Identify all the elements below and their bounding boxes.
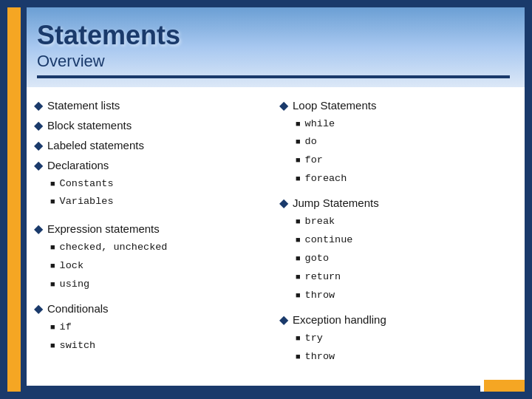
sub-list-item: ■ throw	[296, 350, 517, 364]
bullet-icon: ◆	[34, 138, 43, 152]
item-label: Exception handling	[293, 312, 386, 327]
left-column: ◆ Statement lists ◆ Block statements ◆ L…	[34, 98, 272, 372]
item-label: goto	[305, 252, 329, 266]
header-divider	[37, 75, 510, 78]
item-label: while	[305, 117, 335, 132]
sub-bullet-icon: ■	[296, 291, 301, 300]
sub-bullet-icon: ■	[296, 137, 301, 146]
sub-list-item: ■ while	[296, 117, 517, 132]
slide: Statements Overview ◆ Statement lists ◆ …	[7, 7, 525, 392]
sub-bullet-icon: ■	[50, 180, 55, 188]
list-item: ◆ Labeled statements	[34, 137, 272, 153]
list-item: ◆ Block statements	[34, 117, 272, 133]
right-column: ◆ Loop Statements ■ while ■ do ■ for ■ f…	[279, 98, 517, 372]
sub-bullet-icon: ■	[50, 280, 55, 289]
bullet-icon: ◆	[34, 222, 43, 236]
item-label: Variables	[60, 195, 114, 209]
sub-bullet-icon: ■	[296, 334, 301, 343]
sub-list-item: ■ checked, unchecked	[50, 241, 272, 255]
item-label: using	[60, 278, 90, 292]
sub-bullet-icon: ■	[296, 236, 301, 245]
item-label: Loop Statements	[293, 98, 376, 113]
bullet-icon: ◆	[279, 196, 288, 210]
item-label: Expression statements	[47, 221, 160, 236]
item-label: Constants	[60, 177, 114, 191]
sub-bullet-icon: ■	[296, 352, 301, 361]
item-label: if	[60, 321, 72, 335]
item-label: checked, unchecked	[60, 241, 168, 255]
list-item: ◆ Declarations	[34, 157, 272, 173]
sub-list-item: ■ break	[296, 215, 517, 229]
sub-bullet-icon: ■	[50, 341, 55, 350]
footer	[7, 380, 525, 392]
sub-list-item: ■ lock	[50, 259, 272, 273]
list-item: ◆ Expression statements	[34, 221, 272, 236]
item-label: foreach	[305, 172, 347, 186]
footer-bar-orange	[484, 380, 525, 392]
item-label: do	[305, 135, 317, 149]
sub-list-item: ■ for	[296, 154, 517, 168]
bullet-icon: ◆	[279, 98, 288, 112]
sub-bullet-icon: ■	[296, 120, 301, 129]
list-item: ◆ Exception handling	[279, 312, 517, 327]
item-label: try	[305, 332, 323, 346]
item-label: Statement lists	[47, 98, 120, 113]
sub-bullet-icon: ■	[50, 262, 55, 270]
sub-list-item: ■ return	[296, 270, 517, 284]
sub-bullet-icon: ■	[296, 273, 301, 282]
item-label: break	[305, 215, 335, 229]
sub-list-item: ■ do	[296, 135, 517, 149]
sub-bullet-icon: ■	[296, 156, 301, 165]
bullet-icon: ◆	[34, 98, 43, 112]
sub-list-item: ■ switch	[50, 339, 272, 353]
list-item: ◆ Statement lists	[34, 98, 272, 113]
sub-bullet-icon: ■	[296, 254, 301, 263]
list-item: ◆ Loop Statements	[279, 98, 517, 113]
sub-bullet-icon: ■	[296, 217, 301, 226]
item-label: Conditionals	[47, 301, 109, 316]
sub-list-item: ■ continue	[296, 233, 517, 248]
item-label: switch	[60, 339, 96, 353]
slide-subtitle: Overview	[37, 52, 510, 71]
header: Statements Overview	[7, 7, 525, 87]
sub-list-item: ■ throw	[296, 289, 517, 303]
sub-bullet-icon: ■	[296, 174, 301, 183]
item-label: Block statements	[47, 117, 132, 133]
bullet-icon: ◆	[279, 313, 288, 327]
footer-bar-blue	[27, 386, 480, 392]
item-label: continue	[305, 233, 353, 248]
sub-bullet-icon: ■	[50, 323, 55, 332]
item-label: Jump Statements	[293, 195, 379, 211]
bullet-icon: ◆	[34, 301, 43, 316]
sub-bullet-icon: ■	[50, 243, 55, 252]
content-area: ◆ Statement lists ◆ Block statements ◆ L…	[7, 87, 525, 380]
item-label: lock	[60, 259, 83, 273]
sub-bullet-icon: ■	[50, 197, 55, 206]
side-bar-left	[7, 7, 21, 392]
bullet-icon: ◆	[34, 158, 43, 172]
sub-list-item: ■ try	[296, 332, 517, 346]
slide-title: Statements	[37, 21, 510, 50]
item-label: throw	[305, 289, 335, 303]
item-label: for	[305, 154, 323, 168]
item-label: Labeled statements	[47, 137, 144, 153]
sub-list-item: ■ if	[50, 321, 272, 335]
item-label: throw	[305, 350, 335, 364]
list-item: ◆ Conditionals	[34, 301, 272, 316]
sub-list-item: ■ using	[50, 278, 272, 292]
sub-list-item: ■ goto	[296, 252, 517, 266]
side-bar-accent	[21, 7, 27, 392]
item-label: return	[305, 270, 341, 284]
sub-list-item: ■ foreach	[296, 172, 517, 186]
item-label: Declarations	[47, 157, 109, 173]
bullet-icon: ◆	[34, 118, 43, 132]
sub-list-item: ■ Constants	[50, 177, 272, 191]
list-item: ◆ Jump Statements	[279, 195, 517, 211]
sub-list-item: ■ Variables	[50, 195, 272, 209]
